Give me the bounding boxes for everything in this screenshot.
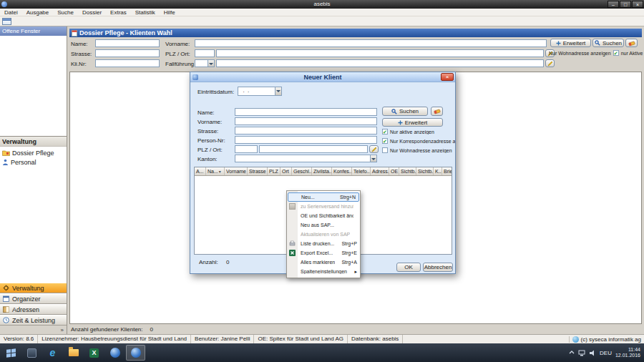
context-menu-item-alles-markieren[interactable]: Alles markieren Strg+A	[287, 258, 360, 267]
context-menu-item-neu-aus-sap[interactable]: Neu aus SAP...	[287, 220, 360, 230]
context-menu-item-neu[interactable]: Neu... Strg+N	[288, 192, 359, 202]
abbrechen-button[interactable]: Abbrechen	[423, 263, 453, 272]
asebis-taskbar-icon-active[interactable]	[126, 345, 145, 361]
asebis-taskbar-icon[interactable]	[105, 345, 125, 361]
erweitert-button[interactable]: Erweitert	[550, 39, 591, 47]
dialog-kanton-label: Kanton:	[197, 155, 218, 163]
fallfuehrung-lookup-button[interactable]	[545, 59, 555, 67]
ok-button[interactable]: OK	[396, 263, 421, 272]
checkbox-label: Nur Korrespondenzadresse anzeigen	[390, 139, 455, 144]
dialog-clear-button[interactable]	[431, 107, 443, 116]
column-header[interactable]: Konfes...	[332, 167, 352, 175]
close-button[interactable]: ×	[632, 1, 643, 8]
taskbar-app-icon[interactable]	[22, 345, 42, 361]
kli-nr-label: Kli.Nr:	[71, 60, 87, 68]
plz-input[interactable]	[195, 49, 215, 57]
column-header[interactable]: Sichtb...	[399, 167, 416, 175]
dialog-strasse-label: Strasse:	[197, 127, 218, 135]
network-icon[interactable]	[578, 350, 585, 356]
column-header[interactable]: Zivilsta...	[312, 167, 332, 175]
clock[interactable]: 11:44 12.01.2016	[615, 347, 640, 358]
internet-explorer-icon[interactable]: e	[43, 345, 62, 361]
search-icon	[391, 109, 397, 114]
dialog-erweitert-button[interactable]: Erweitert	[382, 118, 443, 127]
column-header[interactable]: Sichtb...	[416, 167, 434, 175]
accordion-organizer[interactable]: Organizer	[0, 293, 67, 304]
name-label: Name:	[71, 40, 88, 48]
accordion-zeit-leistung[interactable]: Zeit & Leistung	[0, 315, 67, 326]
dialog-close-button[interactable]: ×	[441, 73, 454, 81]
status-benutzer: Benutzer: Janine Pelli	[191, 335, 254, 343]
menu-ausgabe[interactable]: Ausgabe	[22, 9, 54, 16]
dialog-person-nr-input[interactable]	[235, 136, 377, 144]
dialog-ort-lookup-button[interactable]	[369, 145, 379, 153]
file-explorer-icon[interactable]	[64, 345, 83, 361]
column-header[interactable]: Geschl...	[292, 167, 312, 175]
column-header[interactable]: OE	[389, 167, 399, 175]
menu-statistik[interactable]: Statistik	[131, 9, 160, 16]
context-menu-item-oe-sichtbarkeit[interactable]: OE und Sichtbarkeit ändern	[287, 211, 360, 220]
strasse-input[interactable]	[95, 49, 160, 57]
column-header[interactable]: Vorname	[225, 167, 248, 175]
windows-taskbar: e X DEU 11:44 12.01.2016	[0, 343, 644, 362]
overflow-chevron-icon[interactable]: »	[61, 327, 64, 333]
column-header[interactable]: Ort	[280, 167, 292, 175]
maximize-button[interactable]: □	[620, 1, 631, 8]
start-button[interactable]	[0, 343, 21, 362]
column-header[interactable]: Strasse	[248, 167, 268, 175]
fallfuehrung-input[interactable]	[216, 59, 544, 67]
sidebar-item-personal[interactable]: Personal	[0, 157, 67, 167]
sidebar-item-label: Personal	[11, 159, 36, 166]
accordion-verwaltung[interactable]: Verwaltung	[0, 283, 67, 293]
chevron-down-icon[interactable]	[370, 155, 376, 162]
ort-input[interactable]	[216, 49, 544, 57]
dialog-strasse-input[interactable]	[235, 127, 377, 134]
minimize-button[interactable]: –	[608, 1, 619, 8]
accordion-adressen[interactable]: Adressen	[0, 304, 67, 315]
column-header[interactable]: PLZ	[268, 167, 280, 175]
volume-icon[interactable]	[589, 350, 596, 356]
clear-button[interactable]	[625, 39, 638, 47]
dialog-ort-input[interactable]	[259, 145, 368, 153]
sidebar-item-dossier-pflege[interactable]: Dossier Pflege	[0, 148, 67, 157]
status-datenbank: Datenbank: asebis	[348, 335, 403, 343]
menu-suche[interactable]: Suche	[53, 9, 78, 16]
vorname-input[interactable]	[195, 39, 547, 47]
column-header[interactable]: A...	[195, 167, 206, 175]
dialog-plz-ort-label: PLZ / Ort:	[197, 146, 223, 154]
language-indicator[interactable]: DEU	[600, 350, 612, 356]
context-menu-item-spalteneinstellungen[interactable]: Spalteneinstellungen ▸	[287, 267, 360, 276]
hidden-icons-chevron[interactable]	[569, 350, 575, 356]
column-header[interactable]: Na...▾	[206, 167, 225, 175]
column-header[interactable]: K...	[434, 167, 442, 175]
name-input[interactable]	[95, 39, 160, 47]
dialog-name-input[interactable]	[235, 108, 377, 116]
fallfuehrung-combo[interactable]	[195, 59, 215, 67]
column-header[interactable]: Adress...	[371, 167, 389, 175]
toolbar-window-icon[interactable]	[2, 18, 11, 25]
dialog-titlebar[interactable]: Neuer Klient ×	[190, 72, 455, 82]
chevron-down-icon[interactable]	[208, 60, 214, 67]
suchen-button[interactable]: Suchen	[592, 39, 624, 47]
wohnadresse-checkbox[interactable]	[382, 147, 388, 153]
menu-dossier[interactable]: Dossier	[78, 9, 106, 16]
dialog-plz-input[interactable]	[235, 145, 258, 153]
context-menu-item-export-excel[interactable]: Export Excel... Strg+E	[287, 248, 360, 258]
nur-aktive-checkbox[interactable]: ✔	[382, 129, 388, 134]
menu-hilfe[interactable]: Hilfe	[160, 9, 180, 16]
excel-icon[interactable]: X	[84, 345, 104, 361]
kli-nr-input[interactable]	[95, 59, 160, 67]
chevron-down-icon[interactable]	[275, 87, 281, 95]
korrespondenzadresse-checkbox[interactable]: ✔	[382, 138, 388, 144]
context-menu-item-liste-drucken[interactable]: Liste drucken... Strg+P	[287, 239, 360, 248]
column-header[interactable]: Telefo...	[352, 167, 371, 175]
menu-extras[interactable]: Extras	[106, 9, 131, 16]
dialog-suchen-button[interactable]: Suchen	[382, 107, 428, 116]
eintrittsdatum-input[interactable]: . .	[238, 87, 282, 96]
open-windows-list[interactable]	[0, 36, 67, 137]
menu-datei[interactable]: Datei	[0, 9, 22, 16]
dialog-kanton-combo[interactable]	[235, 155, 377, 162]
wohnadresse-checkbox[interactable]: ✔	[613, 50, 619, 56]
dialog-vorname-input[interactable]	[235, 117, 377, 125]
column-header[interactable]: Briefa...	[442, 167, 452, 175]
